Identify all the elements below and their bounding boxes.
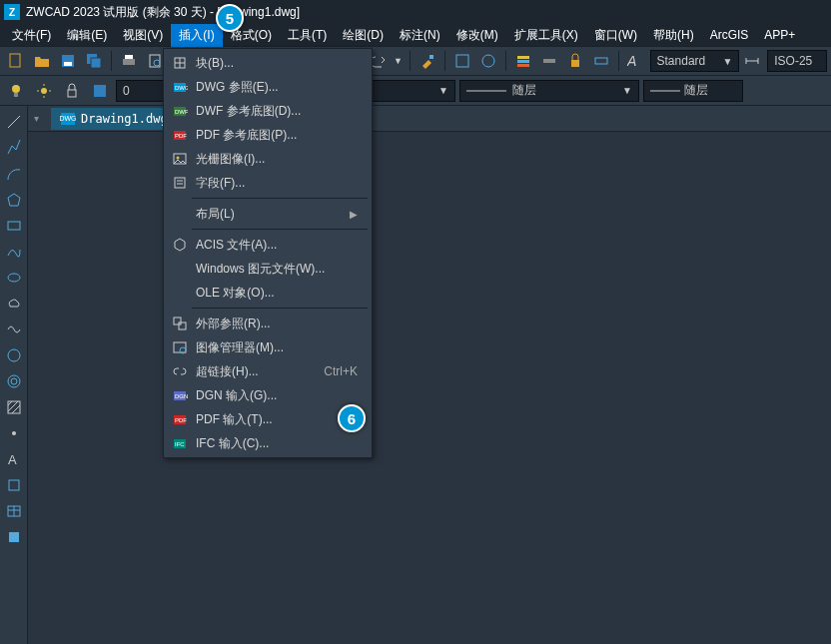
print-button[interactable] (117, 49, 141, 73)
menu-item[interactable]: 文件(F) (4, 24, 59, 47)
layer-tool-button[interactable] (589, 49, 613, 73)
wave-tool[interactable] (4, 320, 24, 339)
linetype-dropdown[interactable]: 随层 ▼ (459, 80, 639, 102)
table-tool[interactable] (4, 501, 24, 521)
svg-text:DGN: DGN (175, 393, 188, 399)
svg-rect-18 (456, 55, 468, 67)
text-style-value: Standard (657, 54, 706, 68)
dimstyle-dropdown[interactable]: ISO-25 (767, 50, 827, 72)
layer-off-button[interactable] (537, 49, 561, 73)
layer-lock2-icon[interactable] (60, 79, 84, 103)
region-tool[interactable] (4, 475, 24, 495)
callout-5: 5 (216, 4, 244, 32)
dimstyle-icon[interactable] (741, 49, 765, 73)
save-button[interactable] (56, 49, 80, 73)
linetype-preview-icon (466, 87, 506, 95)
menu-item[interactable]: DWGDWG 参照(E)... (164, 75, 372, 99)
acis-icon (168, 237, 192, 253)
svg-rect-22 (517, 64, 529, 67)
svg-rect-35 (94, 85, 106, 97)
cloud-tool[interactable] (4, 294, 24, 314)
drawing-canvas[interactable] (28, 132, 831, 644)
menu-item[interactable]: DGNDGN 输入(G)... (164, 383, 372, 407)
menu-separator (192, 229, 368, 230)
document-zone: ▾ DWG Drawing1.dwg ✕ (28, 106, 831, 644)
arc-tool[interactable] (4, 164, 24, 184)
match-prop-button[interactable] (416, 49, 439, 73)
ellipse-tool[interactable] (4, 268, 24, 288)
layer-iso-button[interactable] (511, 49, 535, 73)
layer-bulb-icon[interactable] (4, 79, 28, 103)
circle-tool[interactable] (4, 345, 24, 365)
layer-lock-button[interactable] (563, 49, 587, 73)
text-style-icon[interactable]: A (624, 49, 648, 73)
layer-sun-icon[interactable] (32, 79, 56, 103)
app-logo-icon: Z (4, 4, 20, 20)
svg-point-47 (11, 378, 17, 384)
gradient-tool[interactable] (4, 527, 24, 547)
tool-b-button[interactable] (476, 49, 500, 73)
draw-toolbar: A (0, 106, 28, 644)
lineweight-preview-icon (650, 87, 680, 95)
open-file-button[interactable] (30, 49, 54, 73)
menu-item[interactable]: ArcGIS (702, 25, 757, 45)
menu-item[interactable]: 块(B)... (164, 51, 372, 75)
menu-item[interactable]: 标注(N) (392, 24, 448, 47)
polyline-tool[interactable] (4, 138, 24, 158)
donut-tool[interactable] (4, 371, 24, 391)
menu-item[interactable]: 插入(I) (171, 24, 222, 47)
menu-item[interactable]: 布局(L)▶ (164, 202, 372, 226)
menu-item[interactable]: DWFDWF 参考底图(D)... (164, 99, 372, 123)
svg-point-52 (12, 431, 16, 435)
menu-item[interactable]: IFCIFC 输入(C)... (164, 431, 372, 455)
menu-item[interactable]: PDFPDF 参考底图(P)... (164, 123, 372, 147)
menu-item[interactable]: 修改(M) (448, 24, 506, 47)
imgmgr-icon (168, 339, 192, 355)
line-tool[interactable] (4, 112, 24, 132)
menu-item[interactable]: 帮助(H) (645, 24, 702, 47)
svg-text:A: A (8, 452, 17, 467)
tab-tri-left-icon[interactable]: ▾ (28, 113, 45, 124)
svg-text:DWF: DWF (175, 109, 188, 115)
menu-item[interactable]: 超链接(H)...Ctrl+K (164, 359, 372, 383)
menu-item[interactable]: 字段(F)... (164, 171, 372, 195)
dimstyle-value: ISO-25 (774, 54, 812, 68)
menu-item-label: 块(B)... (192, 55, 358, 72)
rectangle-tool[interactable] (4, 216, 24, 236)
window-title: ZWCAD 2023 试用版 (剩余 30 天) - [Drawing1.dwg… (26, 4, 300, 21)
text-tool[interactable]: A (4, 449, 24, 469)
menu-item-label: 布局(L) (192, 206, 350, 223)
chevron-down-icon: ▼ (718, 56, 736, 67)
tool-a-button[interactable] (450, 49, 474, 73)
spline-tool[interactable] (4, 242, 24, 262)
svg-text:PDF: PDF (175, 417, 187, 423)
menu-item[interactable]: 工具(T) (280, 24, 335, 47)
new-file-button[interactable] (4, 49, 28, 73)
saveas-button[interactable] (82, 49, 106, 73)
menu-separator (192, 198, 368, 199)
menu-item[interactable]: 窗口(W) (586, 24, 645, 47)
lineweight-dropdown[interactable]: 随层 (643, 80, 743, 102)
hatch-tool[interactable] (4, 397, 24, 417)
text-style-dropdown[interactable]: Standard ▼ (650, 50, 740, 72)
raster-icon (168, 151, 192, 167)
field-icon (168, 175, 192, 191)
menu-item[interactable]: ACIS 文件(A)... (164, 233, 372, 257)
menu-item[interactable]: Windows 图元文件(W)... (164, 257, 372, 281)
menu-item[interactable]: 视图(V) (115, 24, 171, 47)
layer-color-icon[interactable] (88, 79, 112, 103)
menu-item[interactable]: 外部参照(R)... (164, 312, 372, 335)
menu-item[interactable]: 图像管理器(M)... (164, 335, 372, 359)
point-tool[interactable] (4, 423, 24, 443)
polygon-tool[interactable] (4, 190, 24, 210)
menu-item[interactable]: OLE 对象(O)... (164, 281, 372, 305)
svg-rect-23 (543, 59, 555, 63)
svg-line-49 (8, 401, 12, 405)
menu-item[interactable]: 光栅图像(I)... (164, 147, 372, 171)
svg-rect-28 (14, 93, 18, 97)
menu-item[interactable]: 绘图(D) (335, 24, 392, 47)
menu-item[interactable]: 扩展工具(X) (506, 24, 586, 47)
menu-item[interactable]: APP+ (756, 25, 803, 45)
menu-item[interactable]: 编辑(E) (59, 24, 115, 47)
redo-dropdown-icon[interactable]: ▼ (392, 56, 405, 66)
